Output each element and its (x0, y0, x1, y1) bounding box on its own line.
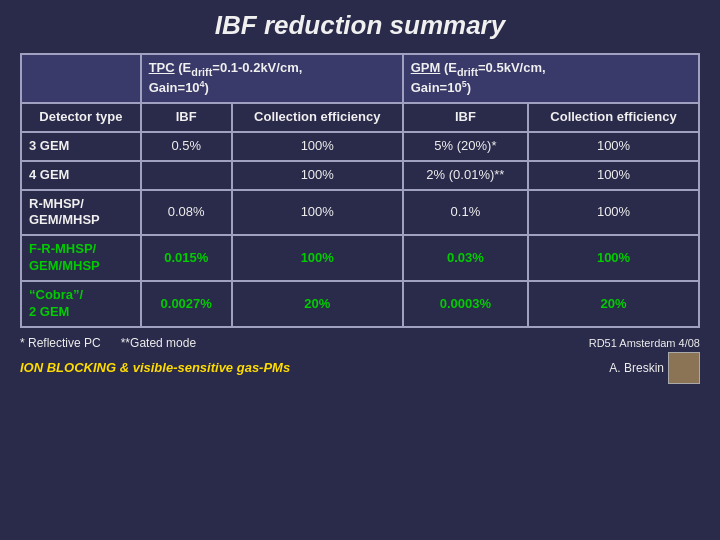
main-table: TPC (Edrift=0.1-0.2kV/cm,Gain=104) GPM (… (20, 53, 700, 328)
footer-notes: * Reflective PC **Gated mode (20, 336, 196, 350)
header-col0 (21, 54, 141, 103)
ibf-gpm-cell: 2% (0.01%)** (403, 161, 528, 190)
detector-cell: 3 GEM (21, 132, 141, 161)
ibf-gpm-header: IBF (403, 103, 528, 132)
detector-cell: 4 GEM (21, 161, 141, 190)
header-row: TPC (Edrift=0.1-0.2kV/cm,Gain=104) GPM (… (21, 54, 699, 103)
ibf-tpc-cell: 0.08% (141, 190, 232, 236)
table-body: 3 GEM0.5%100%5% (20%)*100%4 GEM100%2% (0… (21, 132, 699, 327)
tpc-label: TPC (149, 60, 175, 75)
table-row: “Cobra”/2 GEM0.0027%20%0.0003%20% (21, 281, 699, 327)
footer-center: ION BLOCKING & visible-sensitive gas-PMs (20, 360, 290, 375)
detector-cell: R-MHSP/GEM/MHSP (21, 190, 141, 236)
note2: **Gated mode (121, 336, 196, 350)
table-row: 3 GEM0.5%100%5% (20%)*100% (21, 132, 699, 161)
coll-gpm-cell: 100% (528, 132, 699, 161)
ibf-tpc-header: IBF (141, 103, 232, 132)
ibf-tpc-cell: 0.015% (141, 235, 232, 281)
rd-text: RD51 Amsterdam 4/08 (589, 337, 700, 349)
detector-cell: “Cobra”/2 GEM (21, 281, 141, 327)
coll-gpm-cell: 100% (528, 190, 699, 236)
page: IBF reduction summary TPC (Edrift=0.1-0.… (0, 0, 720, 540)
coll-tpc-cell: 100% (232, 161, 403, 190)
ibf-tpc-cell: 0.5% (141, 132, 232, 161)
detector-header: Detector type (21, 103, 141, 132)
table-row: 4 GEM100%2% (0.01%)**100% (21, 161, 699, 190)
ibf-gpm-cell: 5% (20%)* (403, 132, 528, 161)
coll-tpc-cell: 100% (232, 132, 403, 161)
footer-right: A. Breskin (609, 361, 664, 375)
ibf-gpm-cell: 0.0003% (403, 281, 528, 327)
footer: * Reflective PC **Gated mode RD51 Amster… (20, 336, 700, 350)
subheader-row: Detector type IBF Collection efficiency … (21, 103, 699, 132)
coll-gpm-cell: 100% (528, 235, 699, 281)
coll-tpc-cell: 20% (232, 281, 403, 327)
coll-gpm-cell: 100% (528, 161, 699, 190)
ibf-gpm-cell: 0.1% (403, 190, 528, 236)
note1: * Reflective PC (20, 336, 101, 350)
header-gpm: GPM (Edrift=0.5kV/cm,Gain=105) (403, 54, 699, 103)
coll-gpm-cell: 20% (528, 281, 699, 327)
header-tpc: TPC (Edrift=0.1-0.2kV/cm,Gain=104) (141, 54, 403, 103)
table-row: F-R-MHSP/GEM/MHSP0.015%100%0.03%100% (21, 235, 699, 281)
coll-tpc-cell: 100% (232, 190, 403, 236)
coll-tpc-cell: 100% (232, 235, 403, 281)
gpm-label: GPM (411, 60, 441, 75)
coll-gpm-header: Collection efficiency (528, 103, 699, 132)
table-row: R-MHSP/GEM/MHSP0.08%100%0.1%100% (21, 190, 699, 236)
ibf-gpm-cell: 0.03% (403, 235, 528, 281)
page-title: IBF reduction summary (215, 10, 505, 41)
detector-cell: F-R-MHSP/GEM/MHSP (21, 235, 141, 281)
ibf-tpc-cell: 0.0027% (141, 281, 232, 327)
breskin-thumbnail (668, 352, 700, 384)
ibf-tpc-cell (141, 161, 232, 190)
coll-tpc-header: Collection efficiency (232, 103, 403, 132)
